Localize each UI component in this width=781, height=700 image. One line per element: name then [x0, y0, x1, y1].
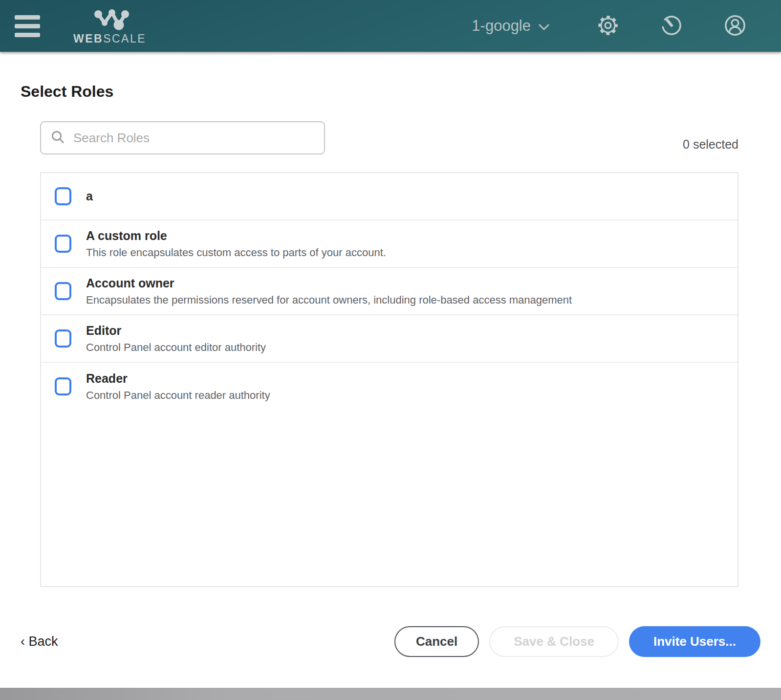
role-texts: A custom role This role encapsulates cus…	[86, 228, 386, 260]
role-list-item[interactable]: A custom role This role encapsulates cus…	[41, 220, 738, 268]
chevron-down-icon	[539, 17, 549, 35]
role-description: This role encapsulates custom access to …	[86, 246, 386, 260]
role-texts: Reader Control Panel account reader auth…	[86, 371, 270, 402]
roles-toolbar: 0 selected	[40, 121, 738, 154]
search-box	[40, 121, 325, 154]
role-name: Account owner	[86, 275, 572, 292]
footer-buttons: Cancel Save & Close Invite Users...	[394, 626, 760, 657]
role-list-item[interactable]: Account owner Encapsulates the permissio…	[41, 268, 738, 315]
account-switcher-dropdown[interactable]: 1-google	[472, 17, 549, 35]
role-texts: Account owner Encapsulates the permissio…	[86, 275, 572, 307]
app-header: WEBSCALE 1-google	[0, 0, 781, 52]
gear-icon	[597, 14, 619, 38]
page-title: Select Roles	[21, 82, 781, 101]
role-list: a A custom role This role encapsulates c…	[40, 172, 738, 587]
role-list-item[interactable]: Reader Control Panel account reader auth…	[41, 363, 738, 410]
role-list-item[interactable]: Editor Control Panel account editor auth…	[41, 315, 738, 363]
role-description: Control Panel account editor authority	[86, 341, 266, 355]
select-roles-page: Select Roles 0 selected a A custom r	[0, 82, 781, 657]
settings-button[interactable]	[596, 14, 620, 38]
window-bottom-bar	[0, 688, 781, 700]
session-timer-button[interactable]	[660, 14, 683, 38]
role-checkbox[interactable]	[55, 282, 71, 300]
page-footer: ‹ Back Cancel Save & Close Invite Users.…	[21, 626, 760, 657]
role-checkbox[interactable]	[55, 377, 71, 395]
invite-users-button[interactable]: Invite Users...	[629, 626, 760, 657]
webscale-logo: WEBSCALE	[73, 9, 146, 45]
selected-count-label: 0 selected	[683, 137, 738, 154]
role-name: A custom role	[86, 228, 386, 244]
role-texts: a	[86, 188, 93, 205]
role-checkbox[interactable]	[55, 187, 71, 205]
back-link[interactable]: ‹ Back	[21, 634, 58, 649]
role-texts: Editor Control Panel account editor auth…	[86, 323, 266, 354]
search-icon	[50, 129, 73, 147]
role-name: Reader	[86, 371, 270, 387]
timer-icon	[660, 14, 683, 38]
role-description: Encapsulates the permissions reserved fo…	[86, 293, 572, 307]
brand-wordmark: WEBSCALE	[73, 32, 146, 45]
user-profile-button[interactable]	[723, 14, 747, 38]
webscale-logo-icon	[89, 9, 130, 31]
role-checkbox[interactable]	[55, 235, 71, 253]
role-name: Editor	[86, 323, 266, 339]
account-name: 1-google	[472, 17, 531, 35]
role-description: Control Panel account reader authority	[86, 389, 270, 403]
search-roles-input[interactable]	[73, 131, 315, 146]
role-name: a	[86, 188, 93, 205]
role-checkbox[interactable]	[55, 329, 71, 348]
role-list-item[interactable]: a	[41, 173, 738, 220]
save-and-close-button[interactable]: Save & Close	[489, 626, 619, 657]
hamburger-menu-icon[interactable]	[15, 15, 40, 37]
cancel-button[interactable]: Cancel	[394, 626, 479, 657]
user-icon	[724, 14, 746, 38]
